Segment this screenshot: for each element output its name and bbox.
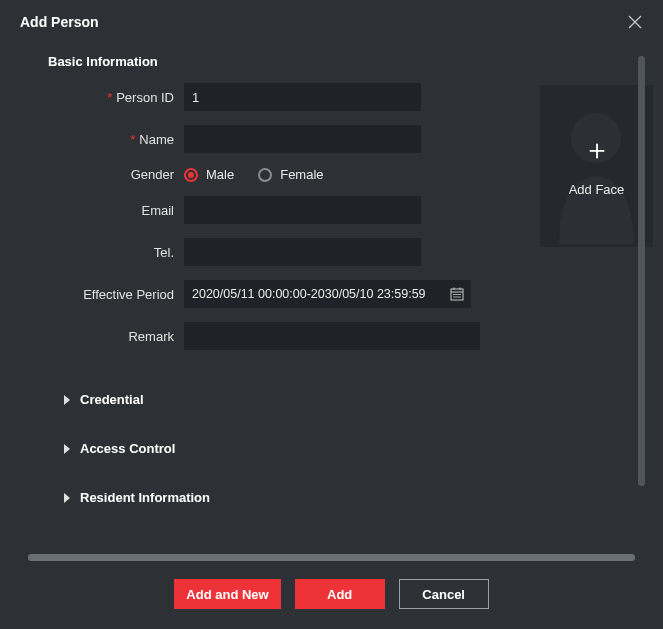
dialog-title: Add Person	[20, 14, 99, 30]
tel-input[interactable]	[184, 238, 421, 266]
add-face-label: Add Face	[569, 182, 625, 197]
cancel-button[interactable]: Cancel	[399, 579, 489, 609]
gender-female-label: Female	[280, 167, 323, 182]
effective-period-text: 2020/05/11 00:00:00-2030/05/10 23:59:59	[192, 287, 449, 301]
horizontal-scrollbar[interactable]	[28, 554, 635, 561]
basic-form: *Person ID *Name Gender	[28, 83, 653, 364]
effective-period-input[interactable]: 2020/05/11 00:00:00-2030/05/10 23:59:59	[184, 280, 471, 308]
required-marker: *	[107, 90, 112, 105]
row-tel: Tel.	[28, 238, 480, 266]
chevron-right-icon	[64, 493, 70, 503]
gender-male-label: Male	[206, 167, 234, 182]
section-credential[interactable]: Credential	[64, 392, 653, 407]
name-input[interactable]	[184, 125, 421, 153]
row-name: *Name	[28, 125, 480, 153]
dialog-body: Basic Information *Person ID *Name	[0, 38, 663, 550]
chevron-right-icon	[64, 444, 70, 454]
plus-icon: ＋	[583, 136, 611, 164]
close-icon[interactable]	[627, 14, 643, 30]
label-gender: Gender	[28, 167, 184, 182]
radio-icon	[184, 168, 198, 182]
row-effective-period: Effective Period 2020/05/11 00:00:00-203…	[28, 280, 480, 308]
section-access-control[interactable]: Access Control	[64, 441, 653, 456]
add-person-dialog: Add Person Basic Information *Person ID	[0, 0, 663, 629]
section-access-control-label: Access Control	[80, 441, 175, 456]
vertical-scrollbar[interactable]	[638, 56, 645, 486]
label-effective-period: Effective Period	[28, 287, 184, 302]
person-id-input[interactable]	[184, 83, 421, 111]
label-remark: Remark	[28, 329, 184, 344]
label-person-id: *Person ID	[28, 90, 184, 105]
label-name: *Name	[28, 132, 184, 147]
dialog-footer: Add and New Add Cancel	[0, 561, 663, 629]
row-person-id: *Person ID	[28, 83, 480, 111]
email-input[interactable]	[184, 196, 421, 224]
add-and-new-button[interactable]: Add and New	[174, 579, 280, 609]
basic-fields: *Person ID *Name Gender	[28, 83, 480, 364]
gender-female-radio[interactable]: Female	[258, 167, 323, 182]
label-tel: Tel.	[28, 245, 184, 260]
chevron-right-icon	[64, 395, 70, 405]
label-email: Email	[28, 203, 184, 218]
gender-radio-group: Male Female	[184, 167, 324, 182]
section-basic-title: Basic Information	[48, 54, 653, 69]
remark-input[interactable]	[184, 322, 480, 350]
radio-icon	[258, 168, 272, 182]
add-button[interactable]: Add	[295, 579, 385, 609]
required-marker: *	[130, 132, 135, 147]
add-face-box[interactable]: ＋ Add Face	[540, 85, 653, 247]
gender-male-radio[interactable]: Male	[184, 167, 234, 182]
titlebar: Add Person	[0, 0, 663, 38]
section-credential-label: Credential	[80, 392, 144, 407]
row-email: Email	[28, 196, 480, 224]
section-resident-information[interactable]: Resident Information	[64, 490, 653, 505]
person-silhouette-icon	[540, 85, 653, 247]
row-remark: Remark	[28, 322, 480, 350]
row-gender: Gender Male Female	[28, 167, 480, 182]
calendar-icon[interactable]	[449, 286, 465, 302]
scroll-area: Basic Information *Person ID *Name	[0, 38, 663, 550]
section-resident-label: Resident Information	[80, 490, 210, 505]
